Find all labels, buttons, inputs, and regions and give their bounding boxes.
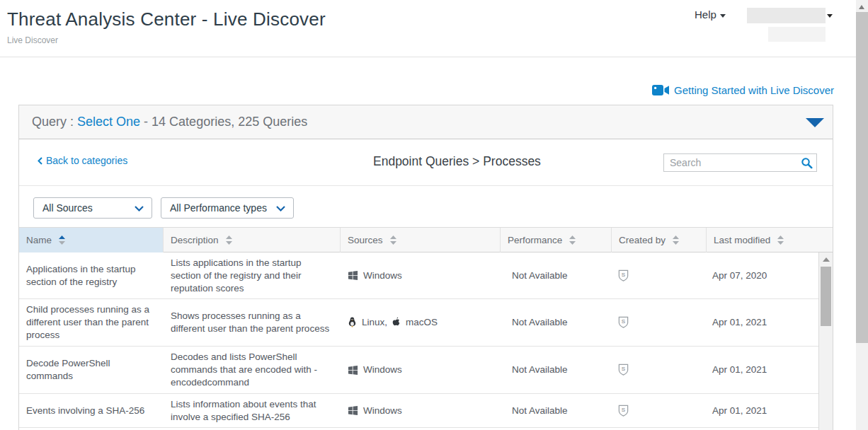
scroll-up-icon[interactable] — [823, 257, 830, 262]
getting-started-label: Getting Started with Live Discover — [674, 84, 834, 96]
created-by-cell: S — [612, 252, 707, 298]
search-icon[interactable] — [801, 157, 813, 172]
sort-icon — [390, 236, 396, 245]
table-scrollbar[interactable] — [818, 252, 833, 430]
sort-icon — [226, 236, 232, 245]
query-bar: Query : Select One - 14 Categories, 225 … — [19, 105, 833, 139]
svg-text:S: S — [622, 366, 625, 372]
column-header-sources[interactable]: Sources — [341, 228, 501, 252]
video-camera-icon — [652, 84, 670, 96]
last-modified-cell: Apr 01, 2021 — [707, 394, 820, 428]
page-scrollbar[interactable] — [856, 0, 868, 430]
performance-cell: Not Available — [501, 347, 612, 393]
query-toolbar: Back to categories Endpoint Queries > Pr… — [19, 139, 833, 186]
help-label: Help — [695, 8, 716, 21]
query-name-cell: Child processes running as a different u… — [19, 299, 164, 346]
sources-filter-value: All Sources — [42, 202, 93, 214]
user-account-detail-redacted — [768, 27, 826, 42]
sophos-shield-icon: S — [617, 269, 629, 282]
live-discover-panel: Query : Select One - 14 Categories, 225 … — [18, 105, 833, 430]
windows-icon — [348, 270, 358, 281]
user-account-name-redacted[interactable] — [747, 8, 826, 23]
performance-filter-dropdown[interactable]: All Performance types — [161, 197, 294, 219]
created-by-cell: S — [612, 394, 707, 428]
table-scrollbar-thumb[interactable] — [821, 267, 831, 326]
windows-icon — [348, 365, 358, 376]
apple-icon — [391, 317, 401, 328]
column-header-description[interactable]: Description — [164, 228, 341, 252]
svg-text:S: S — [622, 272, 625, 278]
query-row[interactable]: Events involving a SHA-256Lists informat… — [19, 394, 833, 428]
query-select-one-link[interactable]: Select One — [77, 115, 140, 129]
source-label: Windows — [363, 364, 402, 376]
search-input[interactable] — [664, 154, 799, 171]
source-windows: Windows — [348, 405, 402, 417]
page-subtitle: Live Discover — [7, 35, 58, 45]
svg-text:S: S — [622, 318, 625, 325]
threat-analysis-page: Threat Analysis Center - Live Discover L… — [0, 0, 868, 430]
chevron-left-icon — [38, 157, 42, 165]
page-title: Threat Analysis Center - Live Discover — [7, 8, 326, 30]
column-header-performance[interactable]: Performance — [501, 228, 612, 252]
query-row[interactable]: Child processes running as a different u… — [19, 299, 833, 347]
windows-icon — [348, 405, 358, 416]
query-name-cell: Events involving a SHA-256 — [19, 394, 164, 428]
sophos-shield-icon: S — [617, 364, 629, 376]
source-macos: macOS — [391, 316, 438, 329]
query-name[interactable]: Decode PowerShell commands — [26, 357, 154, 383]
breadcrumb: Endpoint Queries > Processes — [373, 154, 541, 169]
filter-row: All Sources All Performance types — [19, 186, 833, 227]
source-linux: Linux, — [348, 316, 387, 329]
column-label: Description — [171, 235, 219, 245]
sophos-shield-icon: S — [617, 405, 629, 417]
query-row[interactable]: Applications in the startup section of t… — [19, 252, 833, 299]
svg-text:S: S — [622, 407, 625, 413]
query-sources-cell: Windows — [341, 394, 501, 428]
performance-cell: Not Available — [501, 394, 612, 428]
search-box — [663, 153, 817, 172]
linux-icon — [348, 317, 357, 328]
sort-icon — [673, 236, 679, 245]
column-header-created-by[interactable]: Created by — [612, 228, 707, 252]
created-by-cell: S — [612, 299, 707, 346]
sort-icon — [569, 236, 576, 245]
back-to-categories-link[interactable]: Back to categories — [38, 155, 127, 166]
query-sources-cell: Windows — [341, 252, 501, 298]
chevron-down-icon — [720, 14, 726, 18]
scroll-up-icon[interactable] — [859, 5, 864, 9]
query-sources-cell: Linux,macOS — [341, 299, 501, 346]
query-name[interactable]: Events involving a SHA-256 — [26, 405, 144, 417]
column-label: Sources — [348, 235, 383, 245]
account-chevron-down-icon[interactable] — [827, 14, 833, 18]
last-modified-cell: Apr 01, 2021 — [707, 347, 820, 393]
getting-started-link[interactable]: Getting Started with Live Discover — [0, 84, 834, 96]
header-divider — [0, 57, 856, 57]
query-name[interactable]: Child processes running as a different u… — [26, 303, 154, 341]
query-description-cell: Decodes and lists PowerShell commands th… — [164, 347, 341, 393]
query-name-cell: Decode PowerShell commands — [19, 347, 164, 393]
column-label: Name — [26, 235, 52, 245]
table-body: Applications in the startup section of t… — [19, 252, 833, 428]
column-label: Last modified — [714, 235, 770, 245]
sources-filter-dropdown[interactable]: All Sources — [33, 197, 152, 219]
chevron-down-icon — [135, 206, 144, 211]
source-windows: Windows — [348, 269, 402, 282]
column-header-last-modified[interactable]: Last modified — [707, 228, 820, 252]
query-description-cell: Lists information about events that invo… — [164, 394, 341, 428]
help-menu[interactable]: Help — [695, 8, 726, 21]
sort-icon — [777, 236, 784, 245]
query-sources-cell: Windows — [341, 347, 501, 393]
last-modified-cell: Apr 01, 2021 — [707, 299, 820, 346]
column-label: Created by — [619, 235, 666, 245]
last-modified-cell: Apr 07, 2020 — [707, 252, 820, 298]
source-label: Linux, — [362, 316, 387, 329]
query-row[interactable]: Decode PowerShell commandsDecodes and li… — [19, 347, 833, 394]
source-windows: Windows — [348, 364, 402, 376]
collapse-panel-icon[interactable] — [806, 118, 824, 127]
sophos-shield-icon: S — [617, 316, 629, 329]
source-label: macOS — [406, 316, 438, 329]
query-name-cell: Applications in the startup section of t… — [19, 252, 164, 298]
page-scrollbar-thumb[interactable] — [856, 12, 868, 343]
column-header-name[interactable]: Name — [19, 228, 164, 252]
query-name[interactable]: Applications in the startup section of t… — [26, 263, 154, 289]
